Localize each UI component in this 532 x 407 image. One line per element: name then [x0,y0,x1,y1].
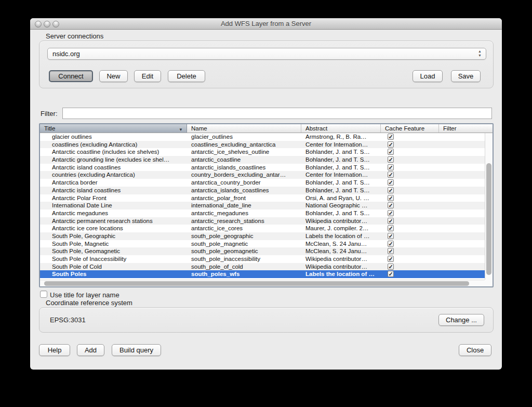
row-filter-cell [439,217,485,225]
row-cache-cell: ✓ [381,225,439,232]
horizontal-scrollbar[interactable] [40,280,485,286]
row-filter-cell [439,133,485,141]
cache-feature-checkbox[interactable]: ✓ [388,149,394,155]
cache-feature-checkbox[interactable]: ✓ [388,164,394,170]
server-connections-label: Server connections [46,32,103,40]
table-row[interactable]: Antarctic ice core locations antarctic_i… [40,225,485,232]
row-cache-cell: ✓ [381,164,439,172]
row-filter-cell [439,225,485,232]
row-filter-cell [439,148,485,156]
horizontal-scrollbar-thumb[interactable] [44,281,469,286]
cache-feature-checkbox[interactable]: ✓ [388,271,394,277]
row-name: glacier_outlines [187,133,301,141]
help-button[interactable]: Help [39,344,70,356]
table-row[interactable]: Antarctic island coastlines antarctica_i… [40,187,485,194]
load-button[interactable]: Load [413,70,443,82]
server-connections-group: nsidc.org ▲ ▼ Connect New Edit Delete Lo… [39,41,494,88]
edit-button[interactable]: Edit [134,70,161,82]
titlebar[interactable]: Add WFS Layer from a Server [30,18,502,30]
server-connection-select[interactable]: nsidc.org ▲ ▼ [47,48,486,60]
table-row[interactable]: Antarctica border antarctica_country_bor… [40,179,485,187]
row-abstract: National Geographic … [301,202,381,209]
row-abstract: Bohlander, J. and T. S… [301,179,381,187]
table-row[interactable]: Antarctic permanent research stations an… [40,217,485,225]
table-row[interactable]: coastlines (excluding Antarctica) coastl… [40,141,485,149]
close-button[interactable]: Close [459,344,491,356]
table-row[interactable]: Antarctic island coastlines antarctic_is… [40,164,485,172]
table-row[interactable]: South Pole of Cold south_pole_of_cold Wi… [40,263,485,271]
cache-feature-checkbox[interactable]: ✓ [388,210,394,216]
cache-feature-checkbox[interactable]: ✓ [388,195,394,201]
row-abstract: Labels the location of … [301,232,381,240]
cache-feature-checkbox[interactable]: ✓ [388,248,394,254]
cache-feature-checkbox[interactable]: ✓ [388,141,394,148]
row-cache-cell: ✓ [381,179,439,187]
table-row[interactable]: South Pole, Geomagnetic south_pole_geoma… [40,247,485,255]
row-filter-cell [439,187,485,194]
table-row[interactable]: countries (excluding Antarctica) country… [40,171,485,179]
use-title-checkbox[interactable] [40,291,47,298]
row-filter-cell [439,232,485,240]
vertical-scrollbar-thumb[interactable] [486,163,491,275]
row-filter-cell [439,270,485,278]
sort-descending-icon: ▼ [179,126,183,133]
row-name: antarctic_coastline [187,156,301,164]
cache-feature-checkbox[interactable]: ✓ [388,256,394,262]
cache-feature-checkbox[interactable]: ✓ [388,156,394,163]
column-header-title[interactable]: Title ▼ [40,124,187,133]
table-row[interactable]: South Pole, Geographic south_pole_geogra… [40,232,485,240]
cache-feature-checkbox[interactable]: ✓ [388,264,394,270]
build-query-button[interactable]: Build query [112,344,161,356]
change-crs-button[interactable]: Change ... [438,314,484,326]
cache-feature-checkbox[interactable]: ✓ [388,202,394,208]
table-row[interactable]: Antarctic coastline (includes ice shelve… [40,148,485,156]
row-name: antarctic_megadunes [187,209,301,217]
row-name: country_borders_excluding_antar… [187,171,301,179]
delete-button[interactable]: Delete [168,70,205,82]
column-header-filter[interactable]: Filter [439,124,493,133]
table-row[interactable]: South Pole of Inaccessibility south_pole… [40,255,485,263]
cache-feature-checkbox[interactable]: ✓ [388,225,394,231]
cache-feature-checkbox[interactable]: ✓ [388,187,394,193]
cache-feature-checkbox[interactable]: ✓ [388,233,394,239]
row-filter-cell [439,171,485,179]
table-row[interactable]: South Pole, Magnetic south_pole_magnetic… [40,240,485,248]
cache-feature-checkbox[interactable]: ✓ [388,241,394,247]
row-abstract: Wikipedia contributor… [301,217,381,225]
cache-feature-checkbox[interactable]: ✓ [388,218,394,224]
row-cache-cell: ✓ [381,133,439,141]
cache-feature-checkbox[interactable]: ✓ [388,172,394,178]
row-cache-cell: ✓ [381,141,439,149]
new-button[interactable]: New [99,70,128,82]
add-button[interactable]: Add [77,344,104,356]
table-row[interactable]: Antarctic grounding line (excludes ice s… [40,156,485,164]
table-row[interactable]: Antarctic megadunes antarctic_megadunes … [40,209,485,217]
filter-input[interactable] [62,108,492,119]
cache-feature-checkbox[interactable]: ✓ [388,134,394,140]
layers-table: Title ▼ Name Abstract Cache Feature Filt… [39,123,494,287]
column-header-abstract[interactable]: Abstract [301,124,381,133]
column-header-cache-feature[interactable]: Cache Feature [381,124,439,133]
table-row[interactable]: South Poles south_poles_wfs Labels the l… [40,270,485,278]
connect-button[interactable]: Connect [49,70,93,82]
table-row[interactable]: glacier outlines glacier_outlines Armstr… [40,133,485,141]
row-abstract: Bohlander, J. and T. S… [301,148,381,156]
row-abstract: Bohlander, J. and T. S… [301,156,381,164]
add-wfs-layer-dialog: Add WFS Layer from a Server Server conne… [30,18,502,370]
row-title: coastlines (excluding Antarctica) [40,141,187,149]
crs-value: EPSG:3031 [50,316,86,324]
row-name: south_pole_inaccessibility [187,255,301,263]
row-name: antarctic_islands_coastlines [187,164,301,172]
row-abstract: McClean, S. 24 Janu… [301,247,381,255]
table-row[interactable]: Antarctic Polar Front antarctic_polar_fr… [40,194,485,202]
row-title: South Pole of Inaccessibility [40,255,187,263]
vertical-scrollbar[interactable] [485,133,493,280]
column-header-name[interactable]: Name [187,124,301,133]
table-row[interactable]: International Date Line international_da… [40,202,485,209]
save-button[interactable]: Save [451,70,481,82]
row-title: Antarctic ice core locations [40,225,187,232]
row-abstract: Orsi, A. and Ryan, U. … [301,194,381,202]
cache-feature-checkbox[interactable]: ✓ [388,179,394,186]
row-cache-cell: ✓ [381,263,439,271]
row-filter-cell [439,202,485,209]
